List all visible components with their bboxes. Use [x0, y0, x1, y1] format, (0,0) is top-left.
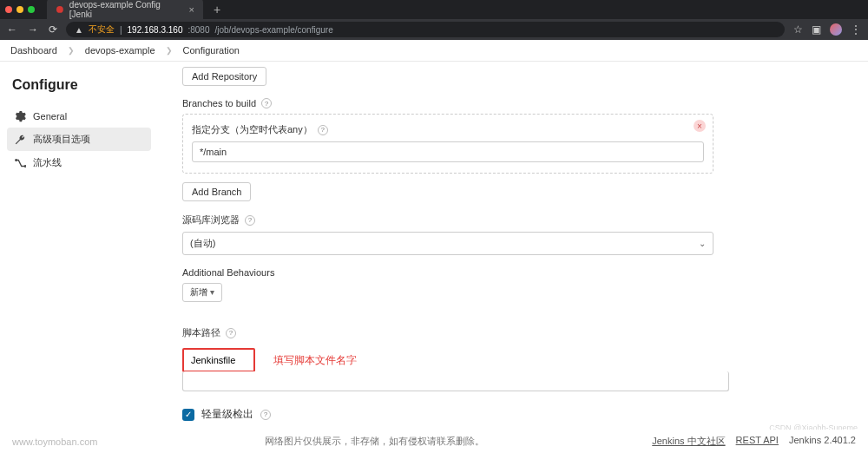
gear-icon: [14, 110, 26, 122]
sidebar-item-label: General: [33, 111, 67, 121]
window-controls: [5, 6, 35, 13]
chevron-right-icon: ❯: [166, 46, 173, 55]
rest-api-link[interactable]: REST API: [736, 435, 779, 448]
sidebar-item-label: 流水线: [33, 156, 62, 169]
jenkins-favicon-icon: [56, 5, 64, 14]
help-icon[interactable]: ?: [318, 125, 328, 135]
new-tab-button[interactable]: +: [208, 3, 226, 16]
breadcrumb-item[interactable]: Dashboard: [10, 45, 57, 56]
add-behaviour-button[interactable]: 新增 ▾: [182, 283, 222, 302]
maximize-window-icon[interactable]: [28, 6, 35, 13]
content-area: Add Repository Branches to build ? × 指定分…: [158, 62, 868, 453]
help-icon[interactable]: ?: [261, 98, 272, 108]
url-host: 192.168.3.160: [128, 25, 183, 35]
close-tab-icon[interactable]: ×: [189, 4, 194, 15]
repo-browser-label: 源码库浏览器 ?: [182, 213, 713, 226]
browser-chrome: devops-example Config [Jenki × + ← → ⟳ ▲…: [0, 0, 868, 40]
script-path-highlight: [182, 348, 255, 372]
branch-spec-label: 指定分支（为空时代表any） ?: [192, 123, 704, 136]
script-path-input[interactable]: [184, 350, 253, 371]
watermark-host: www.toymoban.com: [12, 437, 97, 447]
minimize-window-icon[interactable]: [16, 6, 23, 13]
tab-title: devops-example Config [Jenki: [69, 0, 184, 19]
branches-to-build-label: Branches to build ?: [182, 98, 713, 108]
star-icon[interactable]: ☆: [793, 23, 803, 36]
reload-icon[interactable]: ⟳: [49, 23, 57, 36]
remove-branch-icon[interactable]: ×: [694, 120, 706, 132]
lightweight-checkout-row[interactable]: ✓ 轻量级检出 ?: [182, 407, 729, 422]
chevron-right-icon: ❯: [68, 46, 75, 55]
address-bar: ← → ⟳ ▲ 不安全 | 192.168.3.160:8080/job/dev…: [0, 19, 868, 40]
chevron-down-icon: ⌄: [699, 239, 706, 248]
branch-spec-box: × 指定分支（为空时代表any） ?: [182, 114, 713, 174]
sidebar-item-label: 高级项目选项: [33, 133, 90, 146]
back-icon[interactable]: ←: [7, 23, 17, 36]
tab-bar: devops-example Config [Jenki × +: [0, 0, 868, 19]
select-value: (自动): [190, 237, 215, 250]
sidebar-item-general[interactable]: General: [7, 105, 151, 128]
help-icon[interactable]: ?: [245, 215, 255, 226]
jenkins-community-link[interactable]: Jenkins 中文社区: [652, 435, 725, 448]
svg-point-0: [56, 6, 63, 13]
add-repository-button[interactable]: Add Repository: [182, 67, 266, 86]
sidebar-item-advanced[interactable]: 高级项目选项: [7, 128, 151, 151]
sidebar-item-pipeline[interactable]: 流水线: [7, 151, 151, 174]
jenkins-version: Jenkins 2.401.2: [789, 435, 856, 448]
url-input[interactable]: ▲ 不安全 | 192.168.3.160:8080/job/devops-ex…: [66, 22, 785, 37]
checkbox-checked-icon[interactable]: ✓: [182, 409, 194, 421]
extensions-icon[interactable]: ▣: [812, 23, 821, 36]
sidebar: Configure General 高级项目选项 流水线: [0, 62, 158, 453]
add-branch-button[interactable]: Add Branch: [182, 182, 251, 201]
watermark-text: 网络图片仅供展示，非存储，如有侵权请联系删除。: [265, 435, 484, 448]
forward-icon[interactable]: →: [28, 23, 38, 36]
chevron-down-icon: ▾: [210, 287, 214, 297]
security-warning: 不安全: [89, 23, 115, 36]
script-path-label: 脚本路径 ?: [182, 326, 729, 339]
breadcrumb-item[interactable]: Configuration: [183, 45, 240, 56]
menu-icon[interactable]: ⋮: [851, 23, 861, 36]
breadcrumb-item[interactable]: devops-example: [85, 45, 155, 56]
pipeline-icon: [14, 157, 26, 169]
wrench-icon: [14, 134, 26, 146]
lightweight-checkout-label: 轻量级检出: [201, 407, 253, 422]
help-icon[interactable]: ?: [260, 410, 271, 420]
additional-behaviours-label: Additional Behaviours: [182, 267, 713, 278]
page-title: Configure: [12, 77, 146, 93]
close-window-icon[interactable]: [5, 6, 12, 13]
breadcrumb: Dashboard ❯ devops-example ❯ Configurati…: [0, 40, 868, 62]
help-icon[interactable]: ?: [226, 328, 236, 338]
browser-tab[interactable]: devops-example Config [Jenki ×: [47, 0, 203, 22]
profile-avatar[interactable]: [830, 23, 842, 36]
branch-spec-input[interactable]: [192, 141, 704, 162]
script-path-full-input[interactable]: [182, 371, 729, 391]
repo-browser-select[interactable]: (自动) ⌄: [182, 232, 713, 255]
page-footer: www.toymoban.com 网络图片仅供展示，非存储，如有侵权请联系删除。…: [0, 430, 868, 453]
insecure-icon: ▲: [75, 25, 83, 35]
annotation-text: 填写脚本文件名字: [273, 354, 357, 366]
